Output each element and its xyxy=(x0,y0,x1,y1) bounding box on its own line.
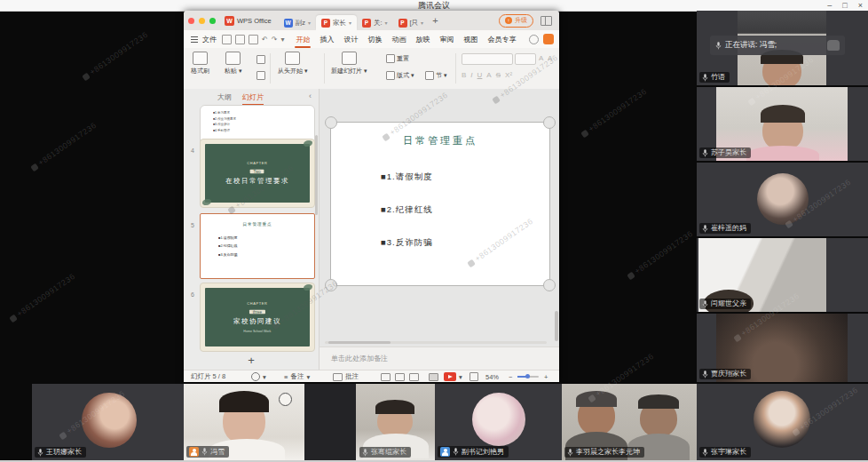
doc-tab-active-ppt[interactable]: P 家长▾ xyxy=(316,15,357,30)
preview-icon[interactable] xyxy=(249,35,258,44)
print-icon[interactable] xyxy=(235,35,245,44)
participant-name-label: 冯雪 xyxy=(186,446,229,458)
raise-hand-icon[interactable] xyxy=(827,40,840,51)
tab-review[interactable]: 审阅 xyxy=(438,33,454,46)
maximize-button[interactable]: □ xyxy=(842,0,847,11)
zoom-in-button[interactable]: + xyxy=(544,370,548,382)
tab-animation[interactable]: 动画 xyxy=(391,33,406,46)
play-from-start-button[interactable]: 从头开始 ▾ xyxy=(278,52,307,76)
participant-name-label: 闫耀世父亲 xyxy=(699,299,751,309)
slide-thumbnail-4[interactable]: CHAPTER Two 在校日常管理要求 xyxy=(200,139,315,208)
underline-button[interactable]: U xyxy=(477,71,483,79)
slide-bullet: ■3.反诈防骗 xyxy=(381,237,433,249)
zoom-slider[interactable] xyxy=(517,370,539,382)
watermark: +8613009917236 xyxy=(8,272,76,323)
reset-button[interactable]: 重置 xyxy=(386,54,409,63)
new-tab-button[interactable]: + xyxy=(432,15,438,26)
paste-button[interactable]: 粘贴 ▾ xyxy=(225,52,241,76)
doc-tab-ppt3[interactable]: P [只▾ xyxy=(393,15,430,30)
tab-design[interactable]: 设计 xyxy=(343,33,359,46)
view-normal-icon[interactable] xyxy=(381,370,391,382)
traffic-close-icon[interactable] xyxy=(188,18,194,24)
cut-icon[interactable] xyxy=(256,55,265,64)
hamburger-icon[interactable] xyxy=(191,39,198,40)
vertical-scrollbar[interactable] xyxy=(555,91,558,343)
new-slide-button[interactable]: 新建幻灯片 ▾ xyxy=(331,52,367,76)
tab-view[interactable]: 视图 xyxy=(462,33,478,46)
close-button[interactable]: × xyxy=(858,0,863,11)
split-view-icon[interactable] xyxy=(541,16,552,26)
participant-name: 张骞绲家长 xyxy=(371,448,406,457)
view-read-icon[interactable] xyxy=(409,370,419,382)
superscript-button[interactable]: X² xyxy=(505,71,512,79)
participant-tile[interactable]: 张骞绲家长 xyxy=(304,384,435,460)
current-slide-canvas[interactable]: 日常管理重点 ■1.请假制度 ■2.纪律红线 ■3.反诈防骗 xyxy=(330,122,550,286)
traffic-minimize-icon[interactable] xyxy=(199,18,205,24)
tab-insert[interactable]: 插入 xyxy=(319,33,335,46)
slide-thumbnail-6[interactable]: CHAPTER three 家校协同建议 Home School Work xyxy=(200,283,315,352)
comments-button[interactable]: 批注 xyxy=(333,370,359,382)
notes-button[interactable]: ≡ 备注 ▾ xyxy=(284,370,310,382)
participant-tile[interactable]: 贾庆翔家长 xyxy=(697,314,868,382)
section-button[interactable]: 节 ▾ xyxy=(425,71,446,80)
doc-tab-ppt2[interactable]: P 关:▾ xyxy=(357,15,393,30)
wps-ai-icon[interactable] xyxy=(543,34,554,44)
theme-button[interactable]: ▾ xyxy=(251,370,266,382)
format-painter-button[interactable]: 格式刷 xyxy=(191,52,209,76)
font-name-select[interactable] xyxy=(462,53,513,65)
font-grow-icon[interactable]: A xyxy=(539,54,543,62)
handout-icon[interactable] xyxy=(429,370,438,382)
participant-tile-active-speaker[interactable]: 冯雪 xyxy=(184,384,304,460)
wps-body: 大纲 幻灯片 ‹ ■1.学习要求 ■2.作业习惯要求 ■3.作业设计 ■4.手机… xyxy=(184,89,559,370)
italic-button[interactable]: I xyxy=(470,71,472,79)
slide-thumbnail-5-selected[interactable]: 日常管理重点 ■1.请假制度 ■2.纪律红线 ■3.反诈防骗 xyxy=(200,213,315,279)
notes-pane[interactable]: 单击此处添加备注 xyxy=(319,346,559,370)
participant-tile[interactable]: 副书记刘艳男 xyxy=(435,384,562,460)
file-menu[interactable]: 文件 xyxy=(202,35,217,44)
collapse-panel-icon[interactable]: ‹ xyxy=(309,92,312,100)
save-icon[interactable] xyxy=(222,35,232,44)
doc-tab-word[interactable]: W 副z▾ xyxy=(279,15,316,30)
bold-button[interactable]: B xyxy=(462,71,466,79)
char-format-button[interactable]: A xyxy=(486,71,491,79)
reset-icon xyxy=(386,54,395,63)
font-shrink-icon[interactable]: A xyxy=(548,54,552,62)
help-icon[interactable] xyxy=(529,35,539,44)
font-size-select[interactable] xyxy=(515,53,536,65)
menu-right-tools xyxy=(529,34,554,44)
participant-tile[interactable]: 王玥娜家长 xyxy=(32,384,184,460)
tab-outline[interactable]: 大纲 xyxy=(217,92,232,102)
participant-tile[interactable]: 李羽晨之家长李元坤 xyxy=(562,384,697,460)
panel-scrollbar[interactable] xyxy=(315,135,318,215)
copy-icon[interactable] xyxy=(256,71,265,80)
participant-name: 竹语 xyxy=(711,73,725,82)
tab-transition[interactable]: 切换 xyxy=(367,33,383,46)
tab-slideshow[interactable]: 放映 xyxy=(414,33,430,46)
strike-button[interactable]: S xyxy=(496,71,501,79)
redo-icon[interactable]: ↷ xyxy=(272,36,278,44)
participant-tile[interactable]: 张宇琳家长 xyxy=(697,384,868,460)
add-slide-button[interactable]: + xyxy=(184,354,319,367)
play-slideshow-button[interactable]: ▾ xyxy=(444,370,462,382)
participant-tile[interactable]: 闫耀世父亲 xyxy=(697,238,868,312)
layout-button[interactable]: 版式 ▾ xyxy=(386,71,414,80)
slide-number: 5 xyxy=(191,222,194,228)
paste-icon xyxy=(225,52,241,65)
tab-home[interactable]: 开始 xyxy=(295,33,311,46)
participant-tile[interactable]: 崔梓遥的妈 xyxy=(697,163,868,236)
tab-slides[interactable]: 幻灯片 xyxy=(242,92,264,106)
zoom-out-button[interactable]: − xyxy=(509,370,512,382)
slide-number: 4 xyxy=(191,147,194,154)
participant-tile[interactable]: 苏子昊家长 xyxy=(697,87,868,161)
horizontal-scrollbar[interactable] xyxy=(325,341,547,344)
chevron-down-icon[interactable]: ▾ xyxy=(280,36,284,44)
view-sorter-icon[interactable] xyxy=(395,370,405,382)
upgrade-button[interactable]: ↑ 升级 xyxy=(499,14,533,28)
font-style-buttons: B I U A S X² xyxy=(462,71,517,79)
fit-window-icon[interactable] xyxy=(470,370,478,382)
tab-membership[interactable]: 会员专享 xyxy=(486,33,517,46)
minimize-button[interactable]: – xyxy=(827,0,832,11)
undo-icon[interactable]: ↶ xyxy=(262,36,268,44)
traffic-zoom-icon[interactable] xyxy=(209,18,216,24)
watermark: +8613009917236 xyxy=(81,30,149,82)
